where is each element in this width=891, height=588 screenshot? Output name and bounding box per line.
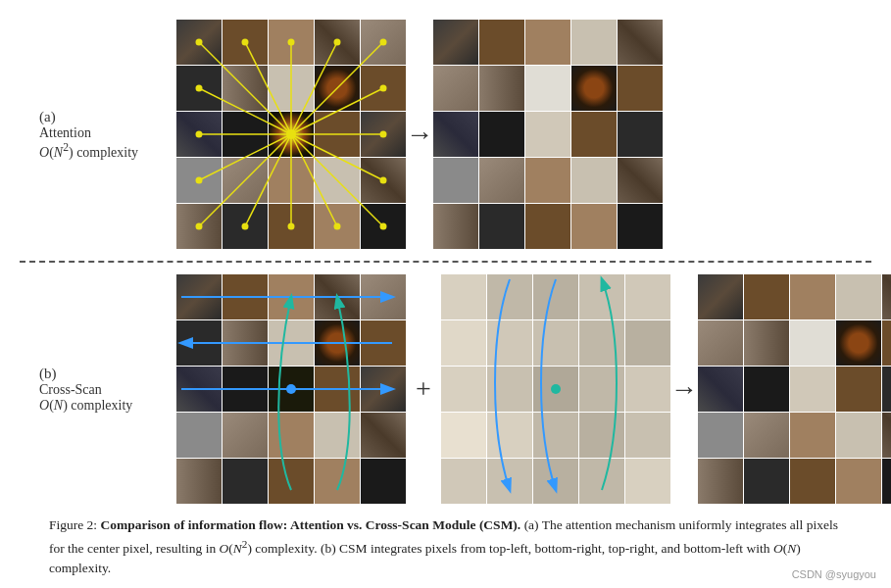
- grid-cell: [744, 320, 789, 366]
- grid-cell: [618, 66, 663, 111]
- csm-grid2: [441, 274, 670, 504]
- csm-grid2-wrapper: [441, 274, 670, 504]
- grid-cell: [625, 367, 670, 412]
- grid-cell: [441, 367, 486, 412]
- attention-output-grid: [433, 20, 663, 249]
- section-b-complexity: O(N) complexity: [39, 398, 132, 414]
- arrow-a-right: →: [406, 119, 433, 150]
- grid-cell: [579, 367, 624, 412]
- csm-output-grid: [698, 274, 891, 504]
- grid-cell: [479, 112, 524, 157]
- grid-cell: [361, 459, 406, 504]
- grid-cell: [525, 112, 570, 157]
- watermark: CSDN @syugyou: [792, 568, 876, 580]
- attention-input-grid: [176, 20, 406, 249]
- attention-grid-left: [176, 20, 406, 249]
- section-a-title: Attention: [39, 125, 91, 141]
- section-b: (b) Cross-Scan O(N) complexity: [20, 267, 871, 508]
- grid-cell-center: [269, 112, 314, 157]
- grid-cell: [487, 459, 532, 504]
- grid-cell: [315, 204, 360, 249]
- grid-cell: [579, 320, 624, 366]
- grid-cell: [882, 413, 891, 458]
- grid-cell: [579, 413, 624, 458]
- grid-cell: [223, 112, 268, 157]
- csm-output-grid-wrapper: [698, 274, 891, 504]
- figure-caption: Figure 2: Comparison of information flow…: [20, 508, 871, 582]
- grid-cell: [269, 320, 314, 366]
- grid-cell: [618, 20, 663, 65]
- grid-cell: [533, 367, 578, 412]
- label-a: (a) Attention O(N2) complexity: [39, 109, 157, 161]
- grid-cell: [176, 204, 222, 249]
- grid-cell: [525, 20, 570, 65]
- grid-cell: [618, 204, 663, 249]
- grid-cell: [533, 320, 578, 366]
- grid-cell-eye: [571, 66, 617, 111]
- grid-cell: [744, 413, 789, 458]
- grid-cell: [315, 413, 360, 458]
- grid-cell: [571, 158, 617, 203]
- grid-cell: [315, 158, 360, 203]
- grid-cell: [269, 413, 314, 458]
- grid-cell: [790, 459, 835, 504]
- grid-cell: [836, 413, 881, 458]
- grid-cell: [882, 459, 891, 504]
- grid-cell: [176, 274, 222, 319]
- grid-cell: [441, 413, 486, 458]
- section-divider: [20, 261, 871, 263]
- grid-cell: [361, 112, 406, 157]
- grid-cell: [479, 66, 524, 111]
- grid-cell-eye: [836, 320, 881, 366]
- attention-output-grid-wrapper: [433, 20, 663, 249]
- grid-cell: [571, 20, 617, 65]
- grid-cell: [361, 367, 406, 412]
- grid-cell: [315, 66, 360, 111]
- grid-cell: [441, 459, 486, 504]
- grid-cell: [315, 320, 360, 366]
- grid-cell: [618, 158, 663, 203]
- grid-cell: [625, 413, 670, 458]
- grid-cell: [223, 413, 268, 458]
- grid-cell: [269, 367, 314, 412]
- grid-cell: [361, 158, 406, 203]
- grid-cell: [441, 274, 486, 319]
- grid-cell: [533, 274, 578, 319]
- grid-cell: [836, 274, 881, 319]
- grid-cell: [790, 367, 835, 412]
- grid-cell: [269, 459, 314, 504]
- grid-cell: [269, 20, 314, 65]
- grid-cell: [790, 274, 835, 319]
- grid-cell: [698, 413, 743, 458]
- page-container: (a) Attention O(N2) complexity: [0, 0, 891, 588]
- grid-cell: [176, 20, 222, 65]
- grid-cell: [315, 274, 360, 319]
- grid-cell: [176, 413, 222, 458]
- grid-cell: [625, 274, 670, 319]
- grid-cell: [571, 204, 617, 249]
- grid-cell: [269, 158, 314, 203]
- grid-cell: [176, 459, 222, 504]
- grid-cell: [487, 367, 532, 412]
- grid-cell: [176, 158, 222, 203]
- grid-cell: [176, 66, 222, 111]
- csm-input-grid: [176, 274, 406, 504]
- grid-cell: [433, 20, 478, 65]
- grid-cell: [790, 320, 835, 366]
- section-b-title: Cross-Scan: [39, 382, 102, 398]
- grid-cell: [176, 320, 222, 366]
- label-b: (b) Cross-Scan O(N) complexity: [39, 366, 157, 414]
- grid-cell: [361, 320, 406, 366]
- grid-cell: [533, 459, 578, 504]
- plus-sign: +: [416, 373, 431, 405]
- grid-cell: [882, 274, 891, 319]
- grid-cell: [223, 459, 268, 504]
- grid-cell: [698, 274, 743, 319]
- grid-cell: [479, 158, 524, 203]
- section-b-prefix: (b): [39, 366, 57, 382]
- grid-cell: [698, 367, 743, 412]
- grid-cell: [882, 367, 891, 412]
- grid-cell: [223, 66, 268, 111]
- grid-cell: [176, 367, 222, 412]
- grid-cell: [361, 413, 406, 458]
